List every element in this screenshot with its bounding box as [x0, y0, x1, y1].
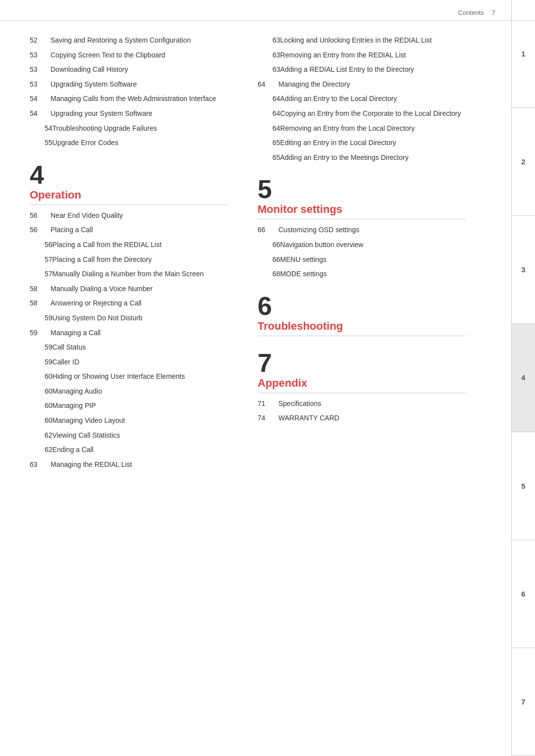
toc-entry: 59 Call Status	[30, 343, 228, 353]
chapter6-title: Troubleshooting	[258, 320, 466, 336]
toc-entry: 53 Downloading Call History	[30, 65, 228, 75]
side-tab-2[interactable]: 2	[511, 108, 535, 216]
toc-entry: 57 Manually Dialing a Number from the Ma…	[30, 269, 228, 279]
toc-entry: 60 Managing Audio	[30, 387, 228, 397]
chapter7-title: Appendix	[258, 377, 466, 393]
toc-entry: 55 Upgrade Error Codes	[30, 138, 228, 148]
toc-entry: 66 Customizing OSD settings	[258, 225, 466, 235]
chapter5-title: Monitor settings	[258, 203, 466, 219]
toc-entry: 66 Navigation button overview	[258, 240, 466, 250]
side-tab-4[interactable]: 4	[511, 324, 535, 432]
chapter5-entries: 66 Customizing OSD settings 66 Navigatio…	[258, 225, 466, 279]
side-tab-5[interactable]: 5	[511, 432, 535, 540]
chapter4-block: 4 Operation	[30, 162, 228, 205]
pre-chapter4-entries: 52 Saving and Restoring a System Configu…	[30, 36, 228, 148]
page-header: Contents 7	[0, 0, 535, 21]
header-contents-label: Contents	[458, 9, 484, 16]
chapter6-number: 6	[258, 293, 466, 319]
toc-entry: 59 Managing a Call	[30, 328, 228, 338]
chapter7-number: 7	[258, 350, 466, 376]
toc-entry: 62 Viewing Call Statistics	[30, 431, 228, 441]
left-column: 52 Saving and Restoring a System Configu…	[0, 36, 238, 474]
chapter7-block: 7 Appendix	[258, 350, 466, 393]
toc-entry: 54 Managing Calls from the Web Administr…	[30, 94, 228, 104]
toc-entry: 60 Managing PIP	[30, 401, 228, 411]
toc-entry: 63 Managing the REDIAL List	[30, 460, 228, 470]
toc-entry: 58 Answering or Rejecting a Call	[30, 299, 228, 308]
toc-entry: 57 Placing a Call from the Directory	[30, 255, 228, 265]
side-tabs: 1 2 3 4 5 6 7	[511, 0, 535, 756]
chapter6-block: 6 Troubleshooting	[258, 293, 466, 336]
header-page-number: 7	[492, 9, 495, 16]
chapter4-title: Operation	[30, 189, 228, 205]
toc-entry: 64 Copying an Entry from the Corporate t…	[258, 109, 466, 119]
toc-entry: 54 Upgrading your System Software	[30, 109, 228, 119]
toc-entry: 64 Managing the Directory	[258, 80, 466, 90]
toc-entry: 53 Upgrading System Software	[30, 80, 228, 90]
toc-entry: 53 Copying Screen Text to the Clipboard	[30, 50, 228, 60]
toc-entry: 65 Editing an Entry in the Local Directo…	[258, 138, 466, 148]
toc-entry: 58 Manually Dialing a Voice Number	[30, 284, 228, 294]
toc-entry: 59 Caller ID	[30, 357, 228, 367]
toc-entry: 52 Saving and Restoring a System Configu…	[30, 36, 228, 46]
toc-entry: 54 Troubleshooting Upgrade Failures	[30, 124, 228, 134]
chapter7-entries: 71 Specifications 74 WARRANTY CARD	[258, 399, 466, 423]
toc-entry: 64 Removing an Entry from the Local Dire…	[258, 124, 466, 134]
chapter5-number: 5	[258, 176, 466, 202]
toc-entry: 60 Managing Video Layout	[30, 416, 228, 426]
toc-entry: 68 MODE settings	[258, 269, 466, 279]
side-tab-7[interactable]: 7	[511, 648, 535, 756]
chapter4-number: 4	[30, 162, 228, 188]
toc-entry: 60 Hiding or Showing User Interface Elem…	[30, 372, 228, 382]
right-column: 63 Locking and Unlocking Entries in the …	[238, 36, 476, 474]
toc-entry: 65 Adding an Entry to the Meetings Direc…	[258, 153, 466, 163]
chapter5-block: 5 Monitor settings	[258, 176, 466, 219]
toc-entry: 66 MENU settings	[258, 255, 466, 265]
toc-entry: 59 Using System Do Not Disturb	[30, 313, 228, 323]
toc-entry: 64 Adding an Entry to the Local Director…	[258, 94, 466, 104]
toc-entry: 63 Locking and Unlocking Entries in the …	[258, 36, 466, 46]
toc-entry: 74 WARRANTY CARD	[258, 413, 466, 423]
right-top-entries: 63 Locking and Unlocking Entries in the …	[258, 36, 466, 162]
main-layout: 52 Saving and Restoring a System Configu…	[0, 21, 535, 489]
chapter4-entries: 56 Near End Video Quality 56 Placing a C…	[30, 211, 228, 470]
side-tab-3[interactable]: 3	[511, 216, 535, 324]
toc-entry: 63 Adding a REDIAL List Entry to the Dir…	[258, 65, 466, 75]
toc-entry: 56 Placing a Call	[30, 225, 228, 235]
side-tab-1[interactable]: 1	[511, 0, 535, 108]
toc-entry: 56 Placing a Call from the REDIAL List	[30, 240, 228, 250]
side-tab-6[interactable]: 6	[511, 540, 535, 648]
toc-entry: 71 Specifications	[258, 399, 466, 409]
toc-entry: 63 Removing an Entry from the REDIAL Lis…	[258, 50, 466, 60]
toc-entry: 62 Ending a Call	[30, 445, 228, 455]
toc-entry: 56 Near End Video Quality	[30, 211, 228, 221]
